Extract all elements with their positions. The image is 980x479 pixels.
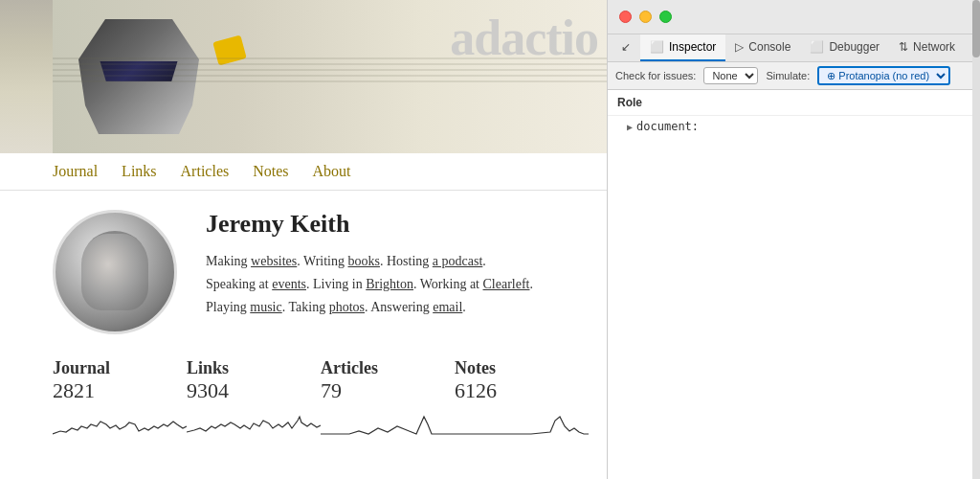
- tree-document[interactable]: ▶ document:: [608, 116, 980, 137]
- link-clearleft[interactable]: Clearleft: [483, 277, 530, 291]
- stat-journal-count: 2821: [53, 378, 187, 403]
- profile-section: Jeremy Keith Making websites. Writing bo…: [0, 191, 608, 354]
- stat-links-label: Links: [187, 358, 321, 378]
- site-logo: adactio: [450, 10, 598, 66]
- link-websites[interactable]: websites: [251, 254, 297, 268]
- link-music[interactable]: music: [250, 300, 281, 314]
- profile-bio-1: Making websites. Writing books. Hosting …: [206, 250, 533, 273]
- stat-notes: Notes 6126: [455, 358, 589, 440]
- devtools-titlebar: [608, 0, 980, 34]
- devtools-content: Role ▶ document:: [608, 90, 980, 479]
- check-issues-select[interactable]: None: [703, 67, 758, 84]
- tab-inspector-label: Inspector: [669, 40, 716, 54]
- stat-articles-label: Articles: [321, 358, 455, 378]
- stat-notes-count: 6126: [455, 378, 589, 403]
- header-banner: adactio: [0, 0, 608, 153]
- role-label: Role: [608, 90, 980, 116]
- profile-bio-3: Playing music. Taking photos. Answering …: [206, 296, 533, 319]
- tab-console[interactable]: ▷ Console: [725, 34, 800, 61]
- console-icon: ▷: [735, 40, 744, 54]
- stat-links-count: 9304: [187, 378, 321, 403]
- link-brighton[interactable]: Brighton: [366, 277, 413, 291]
- scrollbar-thumb[interactable]: [972, 0, 980, 57]
- maximize-button[interactable]: [659, 11, 672, 23]
- stats-section: Journal 2821 Links 9304 Articles 79 Note…: [0, 354, 608, 440]
- close-button[interactable]: [619, 11, 632, 23]
- avatar: [53, 210, 177, 334]
- link-email[interactable]: email: [433, 300, 462, 314]
- sparkline-links: [187, 407, 321, 436]
- main-nav: Journal Links Articles Notes About: [0, 153, 608, 191]
- sparkline-journal: [53, 407, 187, 436]
- network-icon: ⇅: [899, 40, 908, 54]
- stat-articles: Articles 79: [321, 358, 455, 440]
- link-photos[interactable]: photos: [329, 300, 365, 314]
- nav-links[interactable]: Links: [122, 163, 156, 180]
- nav-about[interactable]: About: [313, 163, 351, 180]
- tab-debugger-label: Debugger: [829, 40, 880, 54]
- link-events[interactable]: events: [272, 277, 306, 291]
- devtools-panel: ↙ ⬜ Inspector ▷ Console ⬜ Debugger ⇅ Net…: [607, 0, 980, 479]
- tab-debugger[interactable]: ⬜ Debugger: [800, 34, 889, 61]
- profile-text: Jeremy Keith Making websites. Writing bo…: [206, 210, 533, 318]
- stat-journal: Journal 2821: [53, 358, 187, 440]
- check-issues-label: Check for issues:: [615, 70, 696, 81]
- avatar-face: [81, 234, 148, 310]
- profile-bio-2: Speaking at events. Living in Brighton. …: [206, 273, 533, 296]
- debugger-icon: ⬜: [810, 40, 824, 54]
- link-books[interactable]: books: [348, 254, 380, 268]
- sparkline-articles: [321, 407, 455, 436]
- simulate-select[interactable]: ⊕ Protanopia (no red): [817, 66, 950, 85]
- nav-notes[interactable]: Notes: [253, 163, 288, 180]
- tab-inspector[interactable]: ⬜ Inspector: [640, 34, 725, 61]
- website-main: adactio Journal Links Articles Notes Abo…: [0, 0, 608, 479]
- sparkline-notes: [455, 407, 589, 436]
- devtools-toolbar: Check for issues: None Simulate: ⊕ Prota…: [608, 62, 980, 90]
- simulate-label: Simulate:: [766, 70, 810, 81]
- tree-arrow: ▶: [627, 122, 633, 132]
- scrollbar-track: [972, 0, 980, 479]
- devtools-tabs: ↙ ⬜ Inspector ▷ Console ⬜ Debugger ⇅ Net…: [608, 34, 980, 62]
- profile-name: Jeremy Keith: [206, 210, 533, 239]
- stat-links: Links 9304: [187, 358, 321, 440]
- stat-notes-label: Notes: [455, 358, 589, 378]
- stat-articles-count: 79: [321, 378, 455, 403]
- minimize-button[interactable]: [639, 11, 652, 23]
- link-podcast[interactable]: a podcast: [433, 254, 482, 268]
- inspector-icon: ⬜: [650, 40, 664, 54]
- tab-console-label: Console: [748, 40, 791, 54]
- tab-select[interactable]: ↙: [612, 34, 640, 61]
- nav-articles[interactable]: Articles: [181, 163, 230, 180]
- tab-network[interactable]: ⇅ Network: [889, 34, 965, 61]
- tab-network-label: Network: [913, 40, 955, 54]
- nav-journal[interactable]: Journal: [53, 163, 98, 180]
- select-icon: ↙: [621, 40, 631, 54]
- stat-journal-label: Journal: [53, 358, 187, 378]
- tree-document-label: document:: [636, 120, 699, 133]
